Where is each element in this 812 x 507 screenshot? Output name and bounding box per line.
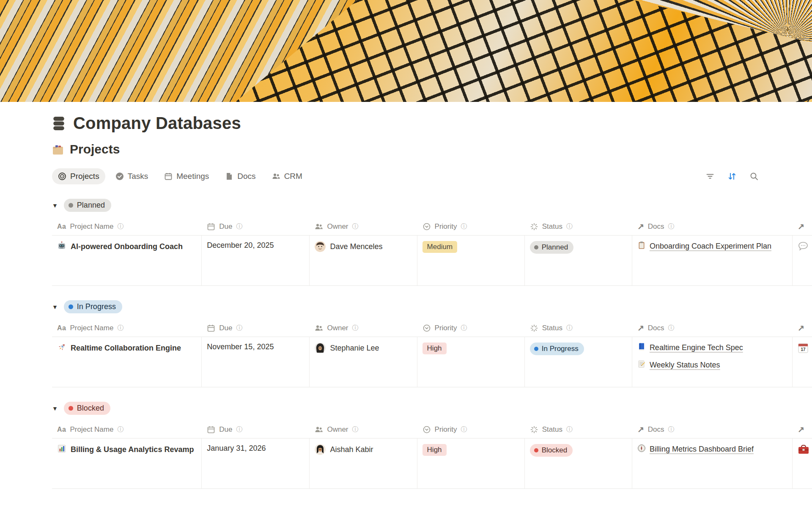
- column-header-project-name[interactable]: Aa Project Name ⓘ: [52, 319, 202, 337]
- status-dot: [69, 203, 73, 208]
- doc-link[interactable]: Onboarding Coach Experiment Plan: [637, 241, 771, 252]
- column-header-extra-relation[interactable]: ↗: [793, 319, 812, 337]
- tab-label: CRM: [284, 172, 302, 181]
- priority-circle-icon: [422, 222, 431, 231]
- filter-icon[interactable]: [705, 172, 715, 181]
- check-circle-icon: [115, 172, 124, 181]
- column-header-status[interactable]: Status ⓘ: [525, 319, 632, 337]
- view-toolbar: [705, 172, 759, 181]
- info-icon: ⓘ: [461, 222, 467, 230]
- status-dot: [534, 448, 538, 452]
- column-header-owner[interactable]: Owner ⓘ: [310, 218, 417, 235]
- calendar-icon: [207, 425, 215, 434]
- group-badge-planned[interactable]: Planned: [64, 199, 111, 212]
- column-header-owner[interactable]: Owner ⓘ: [310, 319, 417, 337]
- column-header-docs[interactable]: ↗ Docs ⓘ: [632, 319, 793, 337]
- avatar: [315, 241, 326, 252]
- toolbox-icon[interactable]: [798, 444, 809, 457]
- tab-label: Docs: [237, 172, 255, 181]
- view-tabbar: Projects Tasks Meetings: [52, 168, 812, 184]
- page-title[interactable]: Company Databases: [52, 114, 812, 133]
- tab-tasks[interactable]: Tasks: [110, 168, 154, 184]
- collapse-toggle-icon[interactable]: ▼: [52, 405, 58, 412]
- svg-text:17: 17: [801, 347, 806, 352]
- tab-docs[interactable]: Docs: [219, 168, 261, 184]
- tab-crm[interactable]: CRM: [266, 168, 308, 184]
- text-aa-icon: Aa: [57, 324, 66, 332]
- status-spinner-icon: [530, 222, 538, 231]
- column-header-owner[interactable]: Owner ⓘ: [310, 421, 417, 438]
- collapse-toggle-icon[interactable]: ▼: [52, 304, 58, 310]
- table-row: Billing & Usage Analytics Revamp January…: [52, 438, 812, 489]
- section-title-text: Projects: [70, 142, 120, 156]
- due-date-cell[interactable]: November 15, 2025: [202, 337, 310, 387]
- calendar-icon: [164, 172, 173, 181]
- column-header-priority[interactable]: Priority ⓘ: [417, 319, 525, 337]
- column-header-extra-relation[interactable]: ↗: [793, 218, 812, 235]
- info-icon: ⓘ: [352, 425, 359, 433]
- calendar-17-icon[interactable]: 17: [798, 343, 809, 355]
- column-header-extra-relation[interactable]: ↗: [793, 421, 812, 438]
- priority-tag[interactable]: High: [422, 444, 447, 456]
- info-icon: ⓘ: [566, 425, 573, 433]
- info-icon: ⓘ: [668, 222, 675, 230]
- owner-cell[interactable]: Stephanie Lee: [315, 343, 379, 354]
- sort-icon[interactable]: [727, 172, 737, 181]
- group-badge-blocked[interactable]: Blocked: [64, 402, 110, 415]
- info-icon: ⓘ: [117, 324, 123, 332]
- robot-icon: [57, 241, 66, 252]
- column-header-due[interactable]: Due ⓘ: [202, 319, 310, 337]
- group-in-progress: ▼ In Progress Aa Project Name ⓘ Due ⓘ: [52, 300, 812, 387]
- status-dot: [534, 245, 538, 249]
- bar-chart-icon: [57, 444, 66, 455]
- owner-cell[interactable]: Dave Menceles: [315, 241, 382, 252]
- section-title[interactable]: Projects: [52, 142, 812, 156]
- comment-bubble-icon[interactable]: [798, 241, 809, 253]
- group-badge-in-progress[interactable]: In Progress: [64, 300, 122, 313]
- relation-arrow-icon: ↗: [798, 425, 804, 434]
- column-header-status[interactable]: Status ⓘ: [525, 218, 632, 235]
- column-header-docs[interactable]: ↗ Docs ⓘ: [632, 218, 793, 235]
- project-name-cell[interactable]: Realtime Collaboration Engine: [57, 343, 181, 354]
- column-header-priority[interactable]: Priority ⓘ: [417, 218, 525, 235]
- group-planned: ▼ Planned Aa Project Name ⓘ Due ⓘ: [52, 199, 812, 286]
- priority-tag[interactable]: Medium: [422, 241, 457, 253]
- relation-arrow-icon: ↗: [637, 425, 644, 434]
- status-pill[interactable]: Blocked: [530, 444, 573, 457]
- relation-arrow-icon: ↗: [798, 222, 804, 231]
- blue-book-icon: [637, 343, 646, 353]
- doc-link[interactable]: Billing Metrics Dashboard Brief: [637, 444, 754, 455]
- info-icon: ⓘ: [461, 324, 467, 332]
- due-date-cell[interactable]: December 20, 2025: [202, 236, 310, 285]
- info-icon: ⓘ: [352, 324, 359, 332]
- column-header-docs[interactable]: ↗ Docs ⓘ: [632, 421, 793, 438]
- column-header-project-name[interactable]: Aa Project Name ⓘ: [52, 218, 202, 235]
- info-icon: ⓘ: [566, 222, 573, 230]
- tab-meetings[interactable]: Meetings: [158, 168, 215, 184]
- card-index-folder-icon: [52, 143, 64, 155]
- column-header-status[interactable]: Status ⓘ: [525, 421, 632, 438]
- status-pill[interactable]: Planned: [530, 241, 573, 254]
- search-icon[interactable]: [749, 172, 759, 181]
- project-name-cell[interactable]: AI-powered Onboarding Coach: [57, 241, 183, 252]
- doc-link[interactable]: Realtime Engine Tech Spec: [637, 343, 743, 353]
- tab-projects[interactable]: Projects: [52, 168, 105, 184]
- column-header-priority[interactable]: Priority ⓘ: [417, 421, 525, 438]
- status-pill[interactable]: In Progress: [530, 343, 584, 355]
- info-icon: ⓘ: [236, 425, 243, 433]
- group-blocked: ▼ Blocked Aa Project Name ⓘ Due ⓘ: [52, 402, 812, 489]
- due-date-cell[interactable]: January 31, 2026: [202, 438, 310, 488]
- people-icon: [272, 172, 280, 181]
- doc-link[interactable]: Weekly Status Notes: [637, 360, 743, 370]
- priority-tag[interactable]: High: [422, 343, 447, 354]
- calendar-icon: [207, 324, 215, 332]
- collapse-toggle-icon[interactable]: ▼: [52, 202, 58, 209]
- info-icon: ⓘ: [236, 324, 243, 332]
- column-header-project-name[interactable]: Aa Project Name ⓘ: [52, 421, 202, 438]
- relation-arrow-icon: ↗: [637, 222, 644, 231]
- column-header-due[interactable]: Due ⓘ: [202, 421, 310, 438]
- people-icon: [315, 425, 323, 434]
- column-header-due[interactable]: Due ⓘ: [202, 218, 310, 235]
- owner-cell[interactable]: Aishah Kabir: [315, 444, 373, 455]
- project-name-cell[interactable]: Billing & Usage Analytics Revamp: [57, 444, 194, 455]
